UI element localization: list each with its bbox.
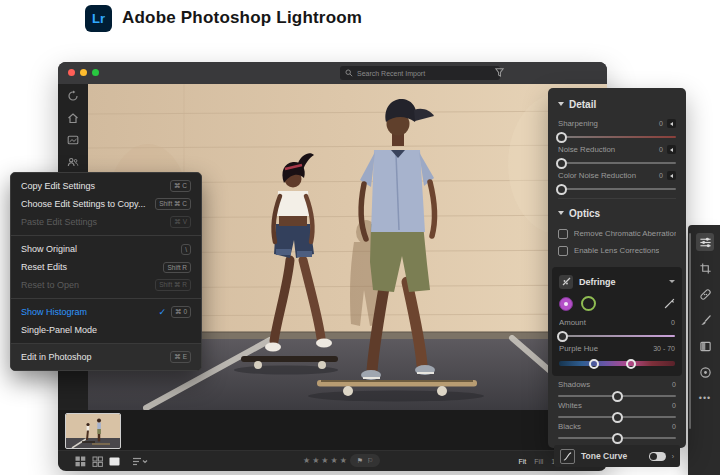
slider-label: Whites — [558, 401, 668, 410]
more-tools-button[interactable]: ••• — [696, 389, 714, 407]
panel-scrollbar[interactable] — [689, 233, 691, 429]
search-input[interactable]: Search Recent Import — [340, 66, 500, 80]
detail-view-icon[interactable] — [109, 456, 120, 467]
tone-curve-label: Tone Curve — [581, 451, 643, 461]
linear-gradient-tool[interactable] — [696, 337, 714, 355]
collapse-arrow-button[interactable] — [667, 145, 676, 154]
shadows-slider[interactable] — [558, 395, 676, 397]
shortcut-badge: Shift ⌘ R — [155, 279, 191, 291]
edit-panel: Detail Sharpening 0 Noise Reduction 0 — [548, 88, 686, 448]
collapse-arrow-button[interactable] — [667, 171, 676, 180]
whites-slider[interactable] — [558, 416, 676, 418]
menu-item-show-histogram[interactable]: Show Histogram ✓ ⌘ 0 — [11, 303, 201, 321]
menu-item-single-panel-mode[interactable]: Single-Panel Mode — [11, 321, 201, 339]
zoom-fill-button[interactable]: Fill — [534, 458, 543, 465]
shortcut-badge: ⌘ V — [170, 216, 191, 228]
hue-handle-high[interactable] — [626, 359, 636, 369]
menu-item-label: Paste Edit Settings — [21, 217, 165, 227]
checkbox[interactable] — [558, 229, 568, 239]
zoom-fit-button[interactable]: Fit — [519, 458, 527, 465]
defringe-panel: Defringe Amount 0 Purple Hue 30 - 70 — [552, 267, 682, 376]
eyedropper-icon[interactable] — [664, 298, 675, 309]
menu-item-label: Edit in Photoshop — [21, 352, 165, 362]
tone-curve-toggle[interactable] — [649, 452, 666, 461]
star-icon[interactable]: ★ — [312, 456, 319, 466]
slider-label: Color Noise Reduction — [558, 171, 655, 180]
slider-value: 0 — [659, 146, 663, 153]
photo-grid-icon[interactable] — [67, 134, 79, 146]
purple-fringe-swatch[interactable] — [559, 297, 573, 311]
menu-item-reset-edits[interactable]: Reset Edits Shift R — [11, 258, 201, 276]
star-icon[interactable]: ★ — [321, 456, 328, 466]
amount-value: 0 — [671, 319, 675, 326]
menu-group: Show Histogram ✓ ⌘ 0 Single-Panel Mode — [11, 299, 201, 343]
edit-sliders-tool[interactable] — [696, 233, 714, 251]
square-grid-view-icon[interactable] — [92, 456, 103, 467]
star-icon[interactable]: ★ — [331, 456, 338, 466]
star-rating[interactable]: ★ ★ ★ ★ ★ — [303, 456, 347, 466]
menu-item-show-original[interactable]: Show Original \ — [11, 240, 201, 258]
reject-flag-icon[interactable]: ⚐ — [367, 457, 373, 465]
blacks-row: Blacks 0 — [558, 422, 676, 439]
purple-hue-label: Purple Hue — [559, 344, 649, 353]
star-icon[interactable]: ★ — [303, 456, 310, 466]
optics-panel-title: Optics — [569, 208, 600, 219]
menu-item-choose-edit-settings[interactable]: Choose Edit Settings to Copy... Shift ⌘ … — [11, 195, 201, 213]
menu-item-label: Choose Edit Settings to Copy... — [21, 199, 150, 209]
filmstrip — [58, 410, 607, 450]
shortcut-badge: ⌘ E — [170, 351, 191, 363]
star-icon[interactable]: ★ — [340, 456, 347, 466]
detail-panel-header[interactable]: Detail — [558, 96, 676, 112]
defringe-amount-slider[interactable] — [559, 335, 675, 337]
filter-icon[interactable] — [494, 67, 505, 78]
sharpening-slider[interactable] — [558, 136, 676, 138]
checkbox[interactable] — [558, 246, 568, 256]
menu-item-edit-in-photoshop[interactable]: Edit in Photoshop ⌘ E — [11, 348, 201, 366]
healing-brush-tool[interactable] — [696, 285, 714, 303]
collapse-arrow-button[interactable] — [667, 119, 676, 128]
hue-handle-low[interactable] — [589, 359, 599, 369]
color-noise-reduction-row: Color Noise Reduction 0 — [558, 170, 676, 190]
page: Lr Adobe Photoshop Lightroom Search Rece… — [0, 0, 720, 475]
bottom-toolbar: ★ ★ ★ ★ ★ ⚑ ⚐ Fit Fill 1:1 — [58, 450, 607, 471]
radial-gradient-tool[interactable] — [696, 363, 714, 381]
flag-buttons[interactable]: ⚑ ⚐ — [350, 454, 380, 467]
pick-flag-icon[interactable]: ⚑ — [357, 457, 363, 465]
brush-tool[interactable] — [696, 311, 714, 329]
lightroom-logo: Lr — [85, 5, 112, 32]
whites-row: Whites 0 — [558, 401, 676, 418]
minimize-window-button[interactable] — [80, 69, 87, 76]
menu-item-label: Reset to Open — [21, 280, 150, 290]
close-window-button[interactable] — [68, 69, 75, 76]
purple-hue-slider[interactable] — [559, 361, 675, 366]
window-titlebar: Search Recent Import — [58, 62, 607, 84]
menu-item-label: Copy Edit Settings — [21, 181, 165, 191]
menu-item-label: Reset Edits — [21, 262, 158, 272]
sharpening-row: Sharpening 0 — [558, 118, 676, 138]
sync-cloud-icon[interactable] — [67, 90, 79, 102]
color-noise-reduction-slider[interactable] — [558, 188, 676, 190]
people-share-icon[interactable] — [67, 156, 79, 168]
context-menu: Copy Edit Settings ⌘ C Choose Edit Setti… — [10, 172, 202, 371]
thumbnail-image — [66, 414, 120, 448]
lightroom-logo-text: Lr — [92, 11, 105, 26]
chevron-down-icon — [558, 211, 564, 215]
optics-panel-header[interactable]: Optics — [558, 205, 676, 221]
filmstrip-thumbnail[interactable] — [66, 414, 120, 448]
blacks-slider[interactable] — [558, 437, 676, 439]
noise-reduction-slider[interactable] — [558, 162, 676, 164]
green-fringe-swatch[interactable] — [581, 296, 596, 311]
grid-view-icon[interactable] — [75, 456, 86, 467]
zoom-window-button[interactable] — [92, 69, 99, 76]
slider-label: Sharpening — [558, 119, 655, 128]
crop-tool[interactable] — [696, 259, 714, 277]
tone-curve-row[interactable]: Tone Curve › — [554, 445, 680, 467]
edit-tool-strip: ••• — [688, 225, 720, 475]
home-icon[interactable] — [67, 112, 79, 124]
remove-chromatic-aberration-row[interactable]: Remove Chromatic Aberration — [558, 225, 676, 242]
menu-item-copy-edit-settings[interactable]: Copy Edit Settings ⌘ C — [11, 177, 201, 195]
sort-icon[interactable] — [132, 456, 148, 467]
search-icon — [345, 69, 353, 77]
chevron-down-icon[interactable] — [669, 280, 675, 283]
enable-lens-corrections-row[interactable]: Enable Lens Corrections — [558, 242, 676, 259]
